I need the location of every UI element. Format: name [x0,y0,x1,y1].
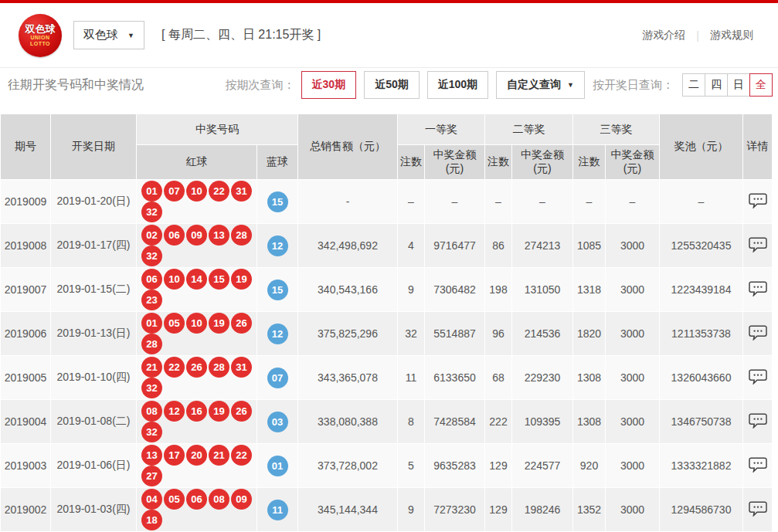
date-cell: 2019-01-13(日) [51,312,136,355]
first-amount-cell: 6133650 [425,356,484,399]
detail-cell[interactable] [743,268,772,311]
comment-bubble-icon[interactable] [749,369,767,385]
date-cell: 2019-01-08(二) [51,400,136,443]
first-amount-cell: 9635283 [425,444,484,487]
second-amount-cell: 198246 [512,488,572,531]
red-ball: 10 [164,269,185,290]
third-amount-cell: – [606,180,659,223]
period-cell: 2019009 [1,180,50,223]
comment-bubble-icon[interactable] [749,501,767,517]
period-cell: 2019005 [1,356,50,399]
red-balls-cell: 040506080918 [137,488,257,531]
period-cell: 2019008 [1,224,50,267]
day-query-label: 按开奖日查询： [593,78,674,93]
comment-bubble-icon[interactable] [749,325,767,341]
third-count-cell: – [573,180,605,223]
period-cell: 2019007 [1,268,50,311]
detail-cell[interactable] [743,180,772,223]
period-cell: 2019003 [1,444,50,487]
col-header-red-balls: 红球 [137,145,257,179]
second-amount-cell: 214536 [512,312,572,355]
red-ball: 31 [231,357,252,378]
first-count-cell: 32 [398,312,424,355]
game-rules-link[interactable]: 游戏规则 [699,29,764,42]
period-cell: 2019002 [1,488,50,531]
period-button-last30[interactable]: 近30期 [301,71,357,99]
red-ball: 16 [186,401,207,422]
red-ball: 23 [141,290,162,310]
detail-cell[interactable] [743,488,772,531]
col-header-numbers-group: 中奖号码 [137,114,297,144]
red-ball: 32 [141,422,162,442]
comment-bubble-icon[interactable] [749,413,767,429]
blue-ball: 12 [267,236,288,256]
red-ball: 05 [164,313,185,334]
red-ball: 26 [231,401,252,422]
third-count-cell: 1085 [573,224,605,267]
period-button-last50[interactable]: 近50期 [364,71,420,99]
logo-title: 双色球 [25,24,56,35]
pool-cell: – [660,180,742,223]
third-count-cell: 920 [573,444,605,487]
game-select-dropdown[interactable]: 双色球 ▼ [73,21,144,49]
red-ball: 06 [186,489,207,510]
second-amount-cell: 109395 [512,400,572,443]
period-button-last100[interactable]: 近100期 [427,71,488,99]
red-ball: 20 [186,445,207,466]
comment-bubble-icon[interactable] [749,457,767,473]
custom-query-dropdown[interactable]: 自定义查询 ▼ [496,71,585,99]
date-cell: 2019-01-20(日) [51,180,136,223]
third-amount-cell: 3000 [606,224,659,267]
col-header-first-amount: 中奖金额 (元) [425,145,484,179]
pool-cell: 1333321882 [660,444,742,487]
header-links: 游戏介绍 | 游戏规则 [631,29,764,42]
pool-cell: 1294586730 [660,488,742,531]
red-ball: 21 [141,357,162,378]
comment-bubble-icon[interactable] [749,281,767,296]
table-row: 20190062019-01-13(日)01051019262812375,82… [1,312,772,355]
site-header: 双色球 UNION LOTTO 双色球 ▼ [ 每周二、四、日 21:15开奖 … [0,3,778,68]
sales-cell: 338,080,388 [298,400,397,443]
first-amount-cell: 7428584 [425,400,484,443]
table-row: 20190022019-01-03(四)04050608091811345,14… [1,488,772,531]
comment-bubble-icon[interactable] [749,237,767,252]
filter-bar: 往期开奖号码和中奖情况 按期次查询： 近30期 近50期 近100期 自定义查询… [0,68,778,102]
first-count-cell: – [398,180,424,223]
second-amount-cell: – [512,180,572,223]
day-button-all[interactable]: 全 [749,73,773,97]
col-header-first-count: 注数 [398,145,424,179]
red-ball: 01 [141,181,162,202]
blue-ball-cell: 07 [257,356,297,399]
day-button-sun[interactable]: 日 [727,73,750,97]
red-balls-cell: 020609132832 [137,224,257,267]
chevron-down-icon: ▼ [127,32,134,39]
game-intro-link[interactable]: 游戏介绍 [631,29,696,42]
detail-cell[interactable] [743,224,772,267]
red-ball: 08 [209,489,229,510]
day-button-tue[interactable]: 二 [682,73,705,97]
blue-ball-cell: 11 [257,488,297,531]
detail-cell[interactable] [743,356,772,399]
first-count-cell: 9 [398,268,424,311]
second-amount-cell: 274213 [512,224,572,267]
detail-cell[interactable] [743,312,772,355]
col-header-period: 期号 [1,114,50,179]
date-cell: 2019-01-15(二) [51,268,136,311]
red-ball: 31 [231,181,252,202]
union-lotto-logo[interactable]: 双色球 UNION LOTTO [19,14,62,57]
table-row: 20190092019-01-20(日)01071022313215-–––––… [1,180,772,223]
red-ball: 01 [141,313,162,334]
blue-ball-cell: 15 [257,268,297,311]
pool-cell: 1346750738 [660,400,742,443]
day-button-thu[interactable]: 四 [705,73,728,97]
red-ball: 28 [209,357,229,378]
sales-cell: 375,825,296 [298,312,397,355]
col-header-pool: 奖池（元） [660,114,742,179]
first-count-cell: 11 [398,356,424,399]
comment-bubble-icon[interactable] [749,193,767,208]
detail-cell[interactable] [743,400,772,443]
detail-cell[interactable] [743,444,772,487]
red-ball: 19 [209,401,229,422]
game-select-value: 双色球 [83,28,118,42]
red-balls-cell: 212226283132 [137,356,257,399]
